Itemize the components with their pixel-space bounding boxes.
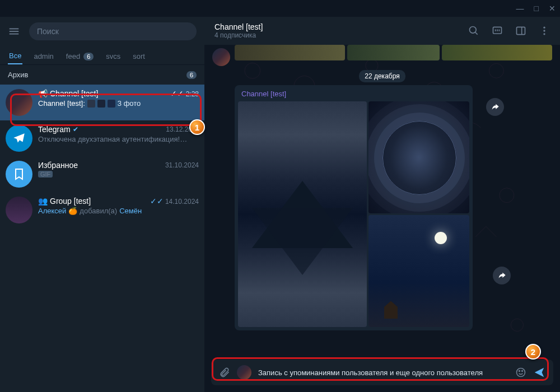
photo-album[interactable] xyxy=(238,101,469,327)
svg-point-29 xyxy=(522,371,523,372)
input-avatar xyxy=(237,365,251,380)
chat-list: 📢Channel [test] ✓✓ 2:28 Channel [test]: … xyxy=(0,85,204,392)
folder-sort[interactable]: sort xyxy=(132,48,146,64)
svg-line-4 xyxy=(475,32,478,35)
svg-rect-9 xyxy=(517,27,525,34)
folder-feed[interactable]: feed6 xyxy=(65,48,95,64)
chat-item-saved[interactable]: Избранное 31.10.2024 GIF xyxy=(0,156,204,192)
chat-item-group[interactable]: 👥 Group [test] ✓✓ 14.10.2024 Алексей 🍊 д… xyxy=(0,192,204,228)
svg-point-3 xyxy=(470,27,477,34)
message-input-bar xyxy=(211,360,553,385)
album-photo[interactable] xyxy=(368,101,469,213)
close-button[interactable]: ✕ xyxy=(549,4,556,13)
avatar xyxy=(6,197,32,223)
svg-point-13 xyxy=(543,33,545,35)
svg-point-27 xyxy=(517,368,525,377)
share-icon[interactable] xyxy=(493,267,511,284)
folder-tabs: Все admin feed6 svcs sort xyxy=(0,46,204,64)
menu-icon[interactable] xyxy=(8,25,21,38)
archive-label: Архив xyxy=(8,71,28,79)
album-photo[interactable] xyxy=(238,101,367,327)
avatar xyxy=(6,89,32,116)
annotation-marker: 2 xyxy=(525,344,541,360)
chat-item-channel[interactable]: 📢Channel [test] ✓✓ 2:28 Channel [test]: … xyxy=(0,85,204,120)
folder-all[interactable]: Все xyxy=(8,48,22,64)
message-bubble: Channel [test] xyxy=(235,85,473,330)
chat-item-telegram[interactable]: Telegram ✔ 13.12.20… Отключена двухэтапн… xyxy=(0,120,204,156)
search-icon[interactable] xyxy=(468,25,479,36)
archive-row[interactable]: Архив 6 xyxy=(0,64,204,85)
date-separator: 22 декабря xyxy=(212,71,552,81)
archive-badge: 6 xyxy=(186,71,197,79)
sidepanel-icon[interactable] xyxy=(515,25,526,36)
chat-header-info[interactable]: Channel [test] 4 подписчика xyxy=(214,22,263,39)
message-area: 22 декабря Channel [test] xyxy=(204,45,560,356)
folder-badge: 6 xyxy=(83,53,94,60)
folder-admin[interactable]: admin xyxy=(32,48,54,64)
read-check-icon: ✓✓ xyxy=(170,89,184,98)
search-input[interactable]: Поиск xyxy=(29,22,197,40)
chat-subtitle: 4 подписчика xyxy=(214,31,263,39)
thumb-icon xyxy=(97,100,105,108)
svg-point-11 xyxy=(543,27,545,29)
album-photo[interactable] xyxy=(368,215,469,327)
megaphone-icon: 📢 xyxy=(38,89,48,98)
chat-header: Channel [test] 4 подписчика xyxy=(204,17,560,45)
send-icon[interactable] xyxy=(533,366,545,379)
message-input[interactable] xyxy=(258,368,508,377)
comments-icon[interactable] xyxy=(492,25,503,36)
thumb-icon xyxy=(108,100,115,108)
message-avatar[interactable] xyxy=(212,48,230,66)
chat-main: Channel [test] 4 подписчика xyxy=(204,17,560,392)
folder-svcs[interactable]: svcs xyxy=(105,48,122,64)
share-icon[interactable] xyxy=(486,98,504,116)
annotation-marker: 1 xyxy=(189,119,205,135)
verified-icon: ✔ xyxy=(73,125,78,133)
attach-icon[interactable] xyxy=(219,367,230,378)
sidebar: Поиск Все admin feed6 svcs sort Архив 6 … xyxy=(0,17,204,392)
maximize-button[interactable]: □ xyxy=(534,4,539,13)
avatar xyxy=(6,125,32,152)
chat-title: Channel [test] xyxy=(214,22,263,31)
prev-album[interactable] xyxy=(235,45,552,60)
window-titlebar: — □ ✕ xyxy=(0,0,560,17)
more-icon[interactable] xyxy=(539,25,550,36)
thumb-icon xyxy=(87,100,95,108)
svg-point-12 xyxy=(543,30,545,31)
group-icon: 👥 xyxy=(38,197,48,206)
message-sender[interactable]: Channel [test] xyxy=(238,88,469,101)
minimize-button[interactable]: — xyxy=(516,4,524,13)
svg-point-28 xyxy=(519,371,520,372)
emoji-icon[interactable] xyxy=(515,367,526,378)
avatar xyxy=(6,161,32,188)
read-check-icon: ✓✓ xyxy=(150,197,164,206)
